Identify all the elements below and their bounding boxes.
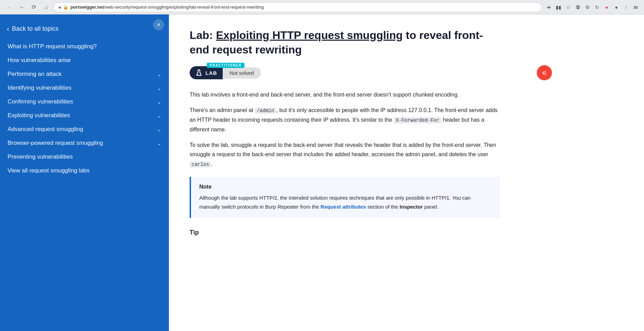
sidebar-close-button[interactable]: × [153, 19, 164, 30]
back-to-topics-link[interactable]: ‹ Back to all topics [0, 14, 169, 40]
sidebar-item-label: What is HTTP request smuggling? [8, 43, 97, 50]
close-icon: × [157, 21, 161, 29]
desc2-before: There's an admin panel at [190, 107, 255, 113]
note-box: Note Although the lab supports HTTP/2, t… [190, 177, 500, 218]
sidebar-item-browser-powered[interactable]: Browser-powered request smuggling⌄ [3, 136, 165, 150]
lab-title: Lab: Exploiting HTTP request smuggling t… [190, 28, 500, 57]
note-content: Although the lab supports HTTP/2, the in… [199, 193, 492, 211]
practitioner-badge: PRACTITIONER [207, 63, 244, 68]
tip-heading: Tip [190, 229, 623, 236]
sidebar-item-how-arise[interactable]: How vulnerabilities arise [3, 53, 165, 67]
browser-extensions: ⇼ ▮▮ ☆ ① ⚙ ↻ ● ● ⋮ m [545, 3, 640, 11]
ext-reader-icon[interactable]: ▮▮ [554, 3, 563, 11]
reload-button[interactable]: ⟳ [29, 2, 39, 12]
url-text: portswigger.net/web-security/request-smu… [70, 4, 264, 10]
sidebar: × ‹ Back to all topics What is HTTP requ… [0, 14, 169, 331]
header-code: X-Forwarded-For [394, 117, 441, 123]
sidebar-item-label: How vulnerabilities arise [8, 57, 71, 64]
lab-title-part1: Lab: Exploiting HTTP request smuggling t… [190, 29, 483, 56]
chevron-down-icon: ⌄ [157, 140, 161, 147]
address-bar[interactable]: ● 🔒 portswigger.net/web-security/request… [54, 2, 542, 12]
back-button[interactable]: ← [4, 2, 14, 12]
content-area: Lab: Exploiting HTTP request smuggling t… [169, 14, 644, 331]
ext-6-icon[interactable]: ⋮ [622, 3, 630, 11]
carlos-code: carlos [190, 161, 211, 168]
sidebar-item-confirming[interactable]: Confirming vulnerabilities⌄ [3, 95, 165, 109]
ext-5-icon[interactable]: ● [612, 3, 621, 11]
lab-description-2: There's an admin panel at /admin, but it… [190, 106, 500, 134]
note-text-3: panel. [423, 204, 439, 210]
share-button[interactable]: ∊ [537, 65, 552, 80]
inspector-bold: Inspector [400, 204, 423, 210]
back-to-topics-label: Back to all topics [12, 25, 59, 32]
ext-grid-icon[interactable]: ⇼ [545, 3, 553, 11]
note-title: Note [199, 184, 492, 190]
ext-profile-icon[interactable]: m [632, 3, 640, 11]
lab-flask-icon [195, 69, 203, 77]
sidebar-item-label: Preventing vulnerabilities [8, 153, 73, 160]
url-path: /web-security/request-smuggling/exploiti… [104, 4, 264, 10]
lock-icon: 🔒 [63, 5, 68, 10]
chevron-down-icon: ⌄ [157, 126, 161, 133]
sidebar-item-label: Confirming vulnerabilities [8, 98, 73, 105]
sidebar-navigation: What is HTTP request smuggling?How vulne… [0, 40, 169, 178]
sidebar-item-label: Advanced request smuggling [8, 126, 83, 133]
url-domain: portswigger.net [70, 4, 104, 10]
lab-description-1: This lab involves a front-end and back-e… [190, 90, 500, 99]
sidebar-item-identifying[interactable]: Identifying vulnerabilities⌄ [3, 81, 165, 95]
ext-4-icon[interactable]: ● [603, 3, 611, 11]
ext-1-icon[interactable]: ① [574, 3, 582, 11]
lab-description-3: To solve the lab, smuggle a request to t… [190, 140, 500, 169]
back-arrow-icon: ‹ [7, 25, 9, 33]
not-solved-badge: Not solved [223, 67, 261, 79]
sidebar-item-label: Identifying vulnerabilities [8, 84, 71, 91]
share-icon: ∊ [542, 69, 547, 77]
http-request-smuggling-link[interactable]: Exploiting HTTP request smuggling [216, 29, 403, 41]
chevron-down-icon: ⌄ [157, 85, 161, 91]
sidebar-item-view-all[interactable]: View all request smuggling labs [3, 164, 165, 178]
chevron-down-icon: ⌄ [157, 99, 161, 105]
sidebar-item-what-is[interactable]: What is HTTP request smuggling? [3, 40, 165, 53]
sidebar-item-advanced[interactable]: Advanced request smuggling⌄ [3, 122, 165, 136]
ext-3-icon[interactable]: ↻ [593, 3, 601, 11]
sidebar-item-label: Browser-powered request smuggling [8, 140, 103, 147]
admin-code: /admin [255, 108, 276, 114]
browser-chrome: ← → ⟳ ⌂ ● 🔒 portswigger.net/web-security… [0, 0, 644, 14]
bookmark-icon[interactable]: ☆ [564, 3, 572, 11]
sidebar-item-performing[interactable]: Performing an attack⌄ [3, 67, 165, 81]
lab-badge-row: PRACTITIONER LAB Not solved ∊ [190, 65, 623, 80]
lab-label: LAB [205, 70, 217, 76]
forward-button[interactable]: → [17, 2, 26, 12]
lab-pill-group: PRACTITIONER LAB Not solved [190, 66, 261, 79]
sidebar-item-exploiting[interactable]: Exploiting vulnerabilities⌄ [3, 109, 165, 122]
note-text-2: section of the [366, 204, 400, 210]
request-attributes-link[interactable]: Request attributes [321, 204, 366, 210]
chevron-down-icon: ⌄ [157, 71, 161, 78]
sidebar-item-label: Exploiting vulnerabilities [8, 112, 70, 119]
sidebar-item-preventing[interactable]: Preventing vulnerabilities [3, 150, 165, 164]
sidebar-item-label: Performing an attack [8, 71, 62, 78]
ext-2-icon[interactable]: ⚙ [583, 3, 592, 11]
sidebar-item-label: View all request smuggling labs [8, 167, 90, 174]
chevron-down-icon: ⌄ [157, 112, 161, 119]
lab-pill: LAB [190, 66, 223, 79]
main-layout: × ‹ Back to all topics What is HTTP requ… [0, 14, 644, 331]
home-button[interactable]: ⌂ [41, 2, 51, 12]
desc3-text: To solve the lab, smuggle a request to t… [190, 142, 496, 157]
desc3-end: . [211, 161, 212, 167]
shield-icon: ● [58, 4, 61, 10]
